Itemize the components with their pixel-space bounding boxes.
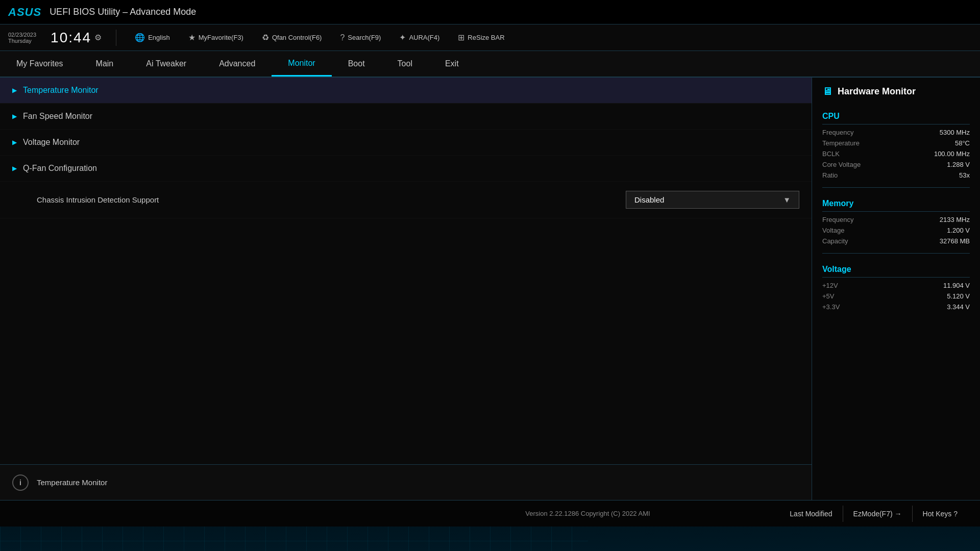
mem-capacity-key: Capacity [822,237,848,245]
menu-item-qfan-config[interactable]: ▶ Q-Fan Configuration [0,156,812,182]
nav-monitor[interactable]: Monitor [272,51,331,77]
settings-icon[interactable]: ⚙ [94,33,102,42]
cpu-section-label: CPU [822,112,970,124]
mem-capacity-row: Capacity 32768 MB [822,237,970,245]
nav-ai-tweaker[interactable]: Ai Tweaker [130,51,203,77]
dropdown-arrow-icon: ▼ [783,195,791,204]
menu-item-fan-speed-monitor[interactable]: ▶ Fan Speed Monitor [0,104,812,130]
temperature-monitor-label: Temperature Monitor [23,86,99,95]
qfan-button[interactable]: ♻ Qfan Control(F6) [258,31,326,44]
cpu-temperature-row: Temperature 58°C [822,139,970,147]
nav-boot[interactable]: Boot [332,51,381,77]
ezmode-label: EzMode(F7) → [853,510,902,518]
info-text: Temperature Monitor [37,478,107,487]
topbar: 02/23/2023 Thursday 10:44 ⚙ 🌐 English ★ … [0,24,980,51]
cpu-bclk-val: 100.00 MHz [934,150,970,158]
nav-tool[interactable]: Tool [381,51,429,77]
search-button[interactable]: ? Search(F9) [336,31,385,44]
cpu-core-voltage-val: 1.288 V [947,161,970,168]
cpu-core-voltage-row: Core Voltage 1.288 V [822,161,970,168]
menu-item-temperature-monitor[interactable]: ▶ Temperature Monitor [0,78,812,104]
day-display: Thursday [8,38,32,44]
resizebar-button[interactable]: ⊞ ReSize BAR [454,31,508,44]
aura-icon: ✦ [399,33,406,42]
language-label: English [148,34,170,41]
v33-row: +3.3V 3.344 V [822,303,970,311]
nav-my-favorites[interactable]: My Favorites [0,51,80,77]
aura-button[interactable]: ✦ AURA(F4) [395,31,444,44]
resizebar-label: ReSize BAR [468,34,504,41]
v12-row: +12V 11.904 V [822,282,970,289]
voltage-section-label: Voltage [822,265,970,278]
header: ASUS UEFI BIOS Utility – Advanced Mode [0,0,980,24]
hardware-monitor-sidebar: 🖥 Hardware Monitor CPU Frequency 5300 MH… [812,78,980,500]
cpu-frequency-row: Frequency 5300 MHz [822,129,970,136]
voltage-monitor-label: Voltage Monitor [23,138,80,147]
memory-section-label: Memory [822,199,970,212]
footer: Version 2.22.1286 Copyright (C) 2022 AMI… [0,500,980,527]
qfan-label: Qfan Control(F6) [272,34,322,41]
cpu-bclk-row: BCLK 100.00 MHz [822,150,970,158]
content-area: ▶ Temperature Monitor ▶ Fan Speed Monito… [0,78,812,500]
v33-val: 3.344 V [947,303,970,311]
search-label: Search(F9) [348,34,381,41]
ezmode-button[interactable]: EzMode(F7) → [843,506,913,522]
menu-item-voltage-monitor[interactable]: ▶ Voltage Monitor [0,130,812,156]
mem-frequency-val: 2133 MHz [940,216,970,223]
cpu-ratio-val: 53x [959,171,970,179]
nav-advanced[interactable]: Advanced [203,51,272,77]
language-button[interactable]: 🌐 English [131,31,174,44]
fan-speed-monitor-label: Fan Speed Monitor [23,112,92,121]
chevron-right-icon-2: ▶ [12,113,17,120]
chassis-value: Disabled [634,195,664,204]
v5-key: +5V [822,292,835,300]
v5-val: 5.120 V [947,292,970,300]
footer-buttons: Last Modified EzMode(F7) → Hot Keys ? [779,506,968,522]
nav-exit[interactable]: Exit [429,51,475,77]
main-layout: ▶ Temperature Monitor ▶ Fan Speed Monito… [0,78,980,500]
cpu-temperature-val: 58°C [955,139,970,147]
asus-logo: ASUS [8,6,41,19]
qfan-icon: ♻ [262,33,269,42]
time-display: 10:44 ⚙ [51,30,102,46]
resizebar-icon: ⊞ [458,33,464,42]
chevron-right-icon: ▶ [12,87,17,94]
chevron-right-icon-4: ▶ [12,165,17,172]
mem-capacity-val: 32768 MB [940,237,970,245]
footer-version: Version 2.22.1286 Copyright (C) 2022 AMI [396,510,780,517]
language-icon: 🌐 [135,33,145,42]
chassis-label: Chassis Intrusion Detection Support [37,195,620,204]
myfavorite-button[interactable]: ★ MyFavorite(F3) [184,31,248,44]
last-modified-button[interactable]: Last Modified [779,506,843,522]
qfan-config-label: Q-Fan Configuration [23,164,97,173]
cpu-ratio-row: Ratio 53x [822,171,970,179]
cpu-core-voltage-key: Core Voltage [822,161,861,168]
mem-frequency-row: Frequency 2133 MHz [822,216,970,223]
search-icon: ? [340,33,345,42]
myfavorite-icon: ★ [188,33,195,42]
chassis-dropdown[interactable]: Disabled ▼ [626,191,799,209]
mem-frequency-key: Frequency [822,216,853,223]
cpu-bclk-key: BCLK [822,150,840,158]
v12-val: 11.904 V [943,282,970,289]
chassis-row: Chassis Intrusion Detection Support Disa… [0,182,812,218]
topbar-divider [116,30,116,46]
cpu-frequency-val: 5300 MHz [940,129,970,136]
hotkeys-button[interactable]: Hot Keys ? [913,506,968,522]
sidebar-title: 🖥 Hardware Monitor [822,86,970,97]
v33-key: +3.3V [822,303,840,311]
cpu-separator [822,187,970,188]
sidebar-title-text: Hardware Monitor [838,86,916,97]
aura-label: AURA(F4) [409,34,439,41]
datetime: 02/23/2023 Thursday [8,32,36,44]
chevron-right-icon-3: ▶ [12,139,17,146]
date-display: 02/23/2023 [8,32,36,38]
info-icon: i [12,474,29,491]
v12-key: +12V [822,282,838,289]
hotkeys-label: Hot Keys ? [923,510,958,518]
v5-row: +5V 5.120 V [822,292,970,300]
nav-main[interactable]: Main [80,51,130,77]
myfavorite-label: MyFavorite(F3) [199,34,243,41]
time-text: 10:44 [51,30,91,46]
cpu-frequency-key: Frequency [822,129,853,136]
